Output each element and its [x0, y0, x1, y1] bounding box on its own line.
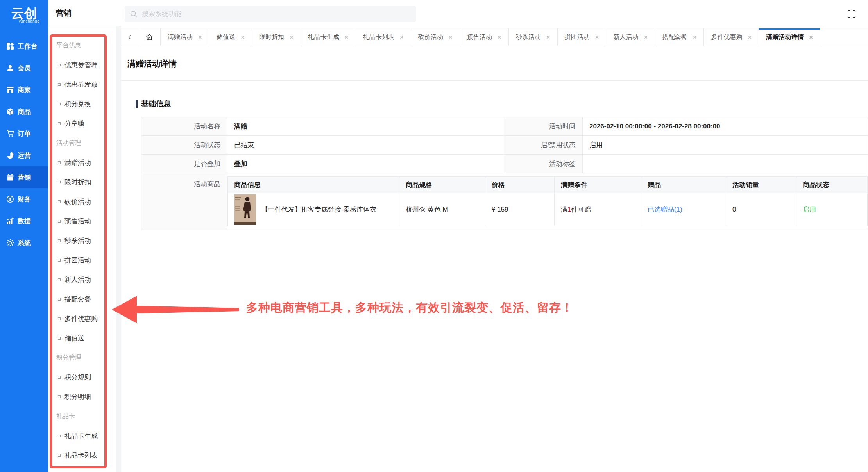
sidebar-item-marketing[interactable]: 营销	[0, 166, 48, 188]
selected-gifts-link[interactable]: 已选赠品(1)	[648, 206, 682, 213]
system-search[interactable]	[125, 6, 416, 22]
bullet-icon	[58, 122, 61, 125]
sidebar-item-product[interactable]: 商品	[0, 101, 48, 123]
tab-giftcard-create[interactable]: 礼品卡生成×	[301, 28, 356, 46]
bullet-icon	[58, 298, 61, 301]
tab-seckill[interactable]: 秒杀活动×	[509, 28, 558, 46]
menu-item-presale[interactable]: 预售活动	[48, 211, 121, 231]
tab-presale[interactable]: 预售活动×	[460, 28, 509, 46]
menu-item-coupon-manage[interactable]: 优惠券管理	[48, 55, 121, 75]
menu-item-label: 积分明细	[64, 392, 91, 401]
activity-goods-cell: 商品信息 商品规格 价格 满赠条件 赠品 活动销量 商品状态	[227, 173, 868, 230]
menu-item-label: 分享赚	[64, 119, 84, 128]
col-gift-condition: 满赠条件	[555, 177, 641, 193]
close-icon[interactable]: ×	[498, 34, 501, 41]
sidebar-item-data[interactable]: 数据	[0, 210, 48, 232]
menu-item-bargain[interactable]: 砍价活动	[48, 192, 121, 211]
bullet-icon	[58, 200, 61, 203]
sidebar-item-merchant[interactable]: 商家	[0, 79, 48, 101]
marketing-icon	[6, 173, 14, 182]
tab-multi-discount[interactable]: 多件优惠购×	[704, 28, 759, 46]
tab-bargain[interactable]: 砍价活动×	[411, 28, 460, 46]
menu-item-group-buy[interactable]: 拼团活动	[48, 250, 121, 270]
search-input[interactable]	[141, 10, 391, 18]
tab-newcomer[interactable]: 新人活动×	[606, 28, 655, 46]
sidebar-item-order[interactable]: 订单	[0, 123, 48, 144]
tabbar: 满赠活动× 储值送× 限时折扣× 礼品卡生成× 礼品卡列表× 砍价活动× 预售活…	[121, 28, 868, 46]
activity-tag-label: 活动标签	[504, 155, 583, 173]
menu-item-giftcard-create[interactable]: 礼品卡生成	[48, 426, 121, 445]
tab-combo[interactable]: 搭配套餐×	[655, 28, 704, 46]
close-icon[interactable]: ×	[345, 34, 349, 41]
tabs-scroll-left-chevron[interactable]	[121, 28, 138, 46]
tab-home[interactable]	[138, 28, 161, 46]
operation-icon	[6, 151, 14, 160]
close-icon[interactable]: ×	[198, 34, 202, 41]
menu-item-points-rule[interactable]: 积分规则	[48, 367, 121, 387]
close-icon[interactable]: ×	[546, 34, 550, 41]
menu-item-label: 优惠券发放	[64, 80, 98, 89]
bullet-icon	[58, 454, 61, 457]
sidebar-item-member[interactable]: 会员	[0, 57, 48, 79]
menu-item-label: 礼品卡生成	[64, 431, 98, 440]
main-area: 满赠活动× 储值送× 限时折扣× 礼品卡生成× 礼品卡列表× 砍价活动× 预售活…	[121, 0, 868, 472]
bullet-icon	[58, 161, 61, 164]
topbar	[121, 0, 868, 28]
close-icon[interactable]: ×	[693, 34, 696, 41]
page-title: 满赠活动详情	[127, 58, 868, 69]
bullet-icon	[58, 395, 61, 398]
tab-label: 秒杀活动	[516, 33, 541, 41]
section-title: 基础信息	[141, 99, 171, 109]
menu-item-giftcard-list[interactable]: 礼品卡列表	[48, 445, 121, 465]
sidebar-item-label: 商家	[18, 85, 31, 94]
brand-logo[interactable]: 云创 yunchange	[0, 0, 48, 35]
menu-item-stored-value[interactable]: 储值送	[48, 328, 121, 348]
sidebar-item-operation[interactable]: 运营	[0, 144, 48, 166]
tab-time-discount[interactable]: 限时折扣×	[252, 28, 301, 46]
bullet-icon	[58, 83, 61, 86]
stackable-label: 是否叠加	[141, 155, 227, 173]
menu-item-multi-discount[interactable]: 多件优惠购	[48, 309, 121, 328]
product-price-cell: ¥ 159	[485, 193, 555, 226]
tab-full-gift[interactable]: 满赠活动×	[161, 28, 209, 46]
close-icon[interactable]: ×	[748, 34, 752, 41]
tab-group-buy[interactable]: 拼团活动×	[558, 28, 607, 46]
tab-stored-value[interactable]: 储值送×	[209, 28, 252, 46]
menu-scrollbar[interactable]	[116, 26, 121, 472]
fullscreen-icon[interactable]	[847, 9, 856, 19]
activity-time-label: 活动时间	[504, 117, 583, 136]
tab-full-gift-detail[interactable]: 满赠活动详情×	[759, 28, 820, 46]
home-icon	[145, 33, 153, 41]
tab-label: 多件优惠购	[711, 33, 742, 41]
close-icon[interactable]: ×	[290, 34, 294, 41]
enable-status-value: 启用	[583, 136, 868, 155]
menu-item-share-earn[interactable]: 分享赚	[48, 114, 121, 133]
menu-item-points-detail[interactable]: 积分明细	[48, 387, 121, 406]
bullet-icon	[58, 181, 61, 183]
close-icon[interactable]: ×	[595, 34, 599, 41]
menu-item-points-exchange[interactable]: 积分兑换	[48, 94, 121, 114]
menu-item-combo[interactable]: 搭配套餐	[48, 289, 121, 309]
menu-item-coupon-send[interactable]: 优惠券发放	[48, 75, 121, 94]
menu-item-seckill[interactable]: 秒杀活动	[48, 231, 121, 250]
menu-item-time-discount[interactable]: 限时折扣	[48, 172, 121, 192]
sidebar-item-system[interactable]: 系统	[0, 232, 48, 254]
status-badge: 启用	[803, 206, 816, 213]
menu-item-full-gift[interactable]: 满赠活动	[48, 153, 121, 172]
tab-giftcard-list[interactable]: 礼品卡列表×	[356, 28, 411, 46]
close-icon[interactable]: ×	[241, 34, 245, 41]
sidebar-item-finance[interactable]: 财务	[0, 188, 48, 210]
close-icon[interactable]: ×	[644, 34, 648, 41]
menu-item-newcomer[interactable]: 新人活动	[48, 270, 121, 289]
sidebar-item-workbench[interactable]: 工作台	[0, 35, 48, 57]
activity-status-value: 已结束	[227, 136, 504, 155]
close-icon[interactable]: ×	[400, 34, 404, 41]
page-content: 满赠活动详情 基础信息 活动名称 满赠 活动时间 2026-02-10 00:0…	[121, 46, 868, 472]
close-icon[interactable]: ×	[809, 34, 813, 41]
menu-item-label: 积分规则	[64, 373, 91, 382]
menu-group-platform-discount: 平台优惠	[48, 36, 121, 55]
sidebar-item-label: 系统	[18, 239, 31, 248]
close-icon[interactable]: ×	[449, 34, 453, 41]
menu-panel-title: 营销	[48, 0, 121, 26]
activity-tag-value	[583, 155, 868, 173]
